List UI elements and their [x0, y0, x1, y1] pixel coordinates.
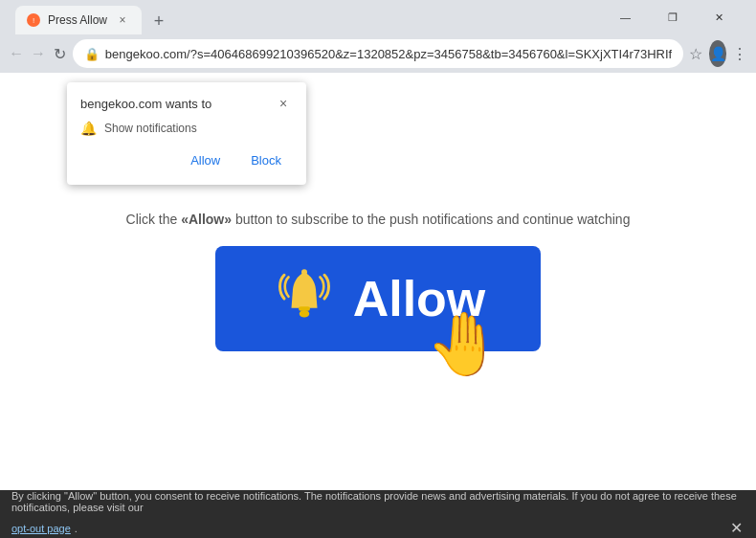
- svg-point-2: [299, 310, 309, 318]
- title-bar: ! Press Allow × + — ❐ ✕: [0, 0, 756, 34]
- window-controls: — ❐ ✕: [604, 8, 741, 27]
- block-button[interactable]: Block: [239, 147, 293, 173]
- popup-header: bengekoo.com wants to ×: [80, 94, 293, 113]
- tab-favicon: !: [27, 13, 40, 27]
- opt-out-link[interactable]: opt-out page: [11, 523, 71, 534]
- refresh-button[interactable]: ↻: [51, 40, 69, 67]
- maximize-button[interactable]: ❐: [651, 8, 694, 27]
- bell-icon: [276, 265, 333, 332]
- popup-close-button[interactable]: ×: [274, 94, 293, 113]
- bell-container: [271, 260, 338, 337]
- lock-icon: 🔒: [84, 47, 100, 61]
- new-tab-button[interactable]: +: [145, 8, 172, 34]
- address-bar: ← → ↻ 🔒 bengekoo.com/?s=4064686992103965…: [0, 34, 756, 73]
- popup-title: bengekoo.com wants to: [80, 97, 211, 111]
- bell-icon: 🔔: [80, 121, 97, 136]
- tab-bar: ! Press Allow × + — ❐ ✕: [8, 0, 748, 34]
- close-button[interactable]: ✕: [698, 8, 741, 27]
- browser-tab[interactable]: ! Press Allow ×: [15, 6, 142, 34]
- forward-button[interactable]: →: [30, 40, 48, 67]
- profile-button[interactable]: 👤: [709, 40, 727, 67]
- notification-row: 🔔 Show notifications: [80, 121, 293, 136]
- favicon-icon: !: [33, 16, 34, 25]
- hand-icon: 🤚: [426, 308, 502, 380]
- svg-point-0: [301, 269, 307, 275]
- minimize-button[interactable]: —: [604, 8, 647, 27]
- instruction-text: Click the «Allow» button to subscribe to…: [126, 212, 631, 227]
- show-notifications-label: Show notifications: [104, 122, 197, 135]
- bottom-bar-text: By clicking "Allow" button, you consent …: [11, 490, 745, 513]
- bottom-bar: By clicking "Allow" button, you consent …: [0, 490, 756, 538]
- tab-close-button[interactable]: ×: [115, 12, 130, 28]
- tab-title: Press Allow: [48, 13, 107, 27]
- url-text: bengekoo.com/?s=406468699210396520&z=132…: [105, 47, 672, 61]
- notification-popup: bengekoo.com wants to × 🔔 Show notificat…: [67, 82, 306, 185]
- page-content: RISKIQ bengekoo.com wants to × 🔔 Show no…: [0, 73, 756, 490]
- menu-button[interactable]: ⋮: [730, 40, 748, 67]
- allow-button[interactable]: Allow: [179, 147, 232, 173]
- bookmark-button[interactable]: ☆: [687, 40, 705, 67]
- allow-banner[interactable]: Allow 🤚: [215, 246, 541, 351]
- back-button[interactable]: ←: [8, 40, 26, 67]
- popup-buttons: Allow Block: [80, 147, 293, 173]
- bottom-bar-close[interactable]: ✕: [728, 517, 745, 538]
- bottom-bar-period: .: [75, 523, 78, 534]
- url-field[interactable]: 🔒 bengekoo.com/?s=406468699210396520&z=1…: [73, 39, 683, 68]
